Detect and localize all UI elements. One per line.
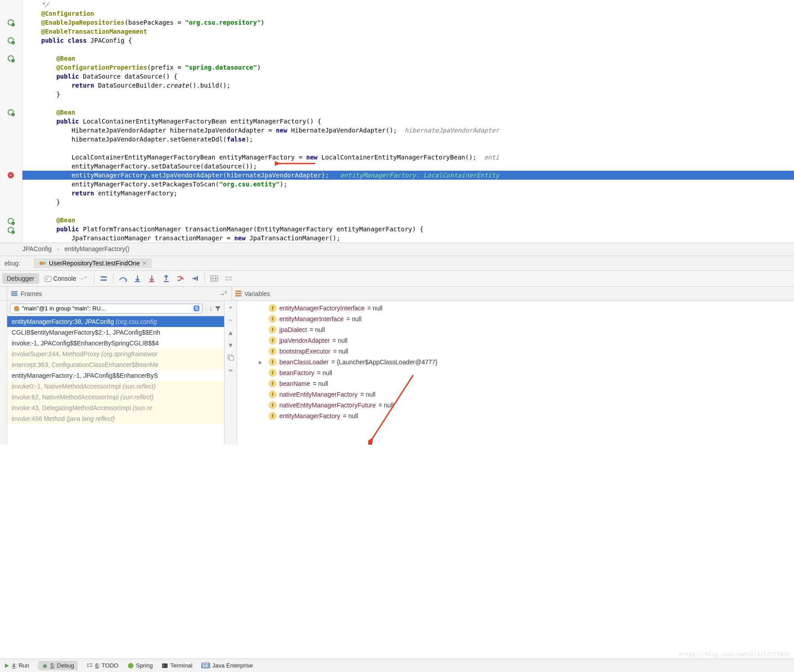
breadcrumb[interactable]: JPAConfig › entityManagerFactory(): [0, 243, 794, 256]
code-line[interactable]: entityManagerFactory.setJpaVendorAdapter…: [22, 171, 794, 180]
code-line[interactable]: @Configuration: [22, 9, 794, 18]
breadcrumb-method[interactable]: entityManagerFactory(): [65, 245, 130, 252]
expand-icon[interactable]: ▶: [259, 360, 262, 365]
variable-row[interactable]: fentityManagerFactory = null: [237, 411, 794, 421]
code-line[interactable]: entityManagerFactory.setPackagesToScan("…: [22, 180, 794, 189]
frames-pin-icon[interactable]: →°: [220, 290, 228, 297]
variable-row[interactable]: fjpaVendorAdapter = null: [237, 335, 794, 346]
field-badge-icon: f: [269, 315, 277, 323]
code-line[interactable]: }: [22, 198, 794, 207]
code-line[interactable]: [22, 144, 794, 153]
frame-item[interactable]: invoke0:-1, NativeMethodAccessorImpl (su…: [7, 381, 224, 392]
breadcrumb-class[interactable]: JPAConfig: [22, 245, 52, 252]
svg-rect-17: [225, 276, 228, 278]
down-icon[interactable]: ▼: [226, 340, 235, 349]
console-tab[interactable]: Console →°: [40, 273, 92, 284]
spring-bean-icon[interactable]: [6, 18, 15, 27]
frame-item[interactable]: invoke:498 Method (java lang reflect): [7, 413, 224, 424]
force-step-into-icon[interactable]: [145, 272, 159, 285]
copy-icon[interactable]: [226, 353, 235, 362]
variable-row[interactable]: fbootstrapExecutor = null: [237, 346, 794, 357]
debug-run-config-tab[interactable]: UserRepositoryTest.testFindOne ×: [34, 258, 152, 268]
close-icon[interactable]: ×: [142, 260, 146, 267]
variable-row[interactable]: ▶fbeanClassLoader = {Launcher$AppClassLo…: [237, 357, 794, 367]
code-line[interactable]: public DataSource dataSource() {: [22, 72, 794, 81]
variable-row[interactable]: fbeanFactory = null: [237, 367, 794, 378]
variable-value: = null: [367, 305, 383, 312]
run-to-cursor-icon[interactable]: [188, 272, 202, 285]
spring-bean-icon[interactable]: [6, 217, 15, 225]
code-line[interactable]: LocalContainerEntityManagerFactoryBean e…: [22, 153, 794, 162]
settings-icon[interactable]: [222, 272, 235, 285]
variable-value: = null: [360, 391, 375, 398]
variable-row[interactable]: fnativeEntityManagerFactory = null: [237, 389, 794, 400]
frame-item[interactable]: invoke:62, NativeMethodAccessorImpl (sun…: [7, 392, 224, 402]
code-line[interactable]: JpaTransactionManager transactionManager…: [22, 234, 794, 243]
frame-item[interactable]: intercept:363, ConfigurationClassEnhance…: [7, 359, 224, 370]
debug-left-buttons[interactable]: [0, 301, 7, 445]
drop-frame-icon[interactable]: [174, 272, 187, 285]
up-icon[interactable]: ▲: [226, 328, 235, 337]
code-line[interactable]: [22, 99, 794, 108]
remove-icon[interactable]: −: [226, 315, 235, 324]
code-line[interactable]: */: [22, 0, 794, 9]
bottom-todo-tab[interactable]: 6: TODO: [87, 662, 119, 669]
arrow-down-icon[interactable]: ↓: [209, 305, 212, 312]
debugger-tab[interactable]: Debugger: [2, 273, 39, 284]
code-line[interactable]: public PlatformTransactionManager transa…: [22, 225, 794, 234]
code-line[interactable]: @EnableJpaRepositories(basePackages = "o…: [22, 18, 794, 27]
variable-row[interactable]: fjpaDialect = null: [237, 324, 794, 335]
variables-panel[interactable]: fentityManagerFactoryInterface = nullfen…: [237, 301, 794, 445]
frame-item[interactable]: entityManagerFactory:38, JPAConfig (org.…: [7, 316, 224, 327]
breakpoint-icon[interactable]: [6, 171, 15, 180]
variable-name: bootstrapExecutor: [279, 348, 331, 355]
spring-bean-icon[interactable]: [6, 108, 15, 117]
code-line[interactable]: @Bean: [22, 54, 794, 63]
code-line[interactable]: return DataSourceBuilder.create().build(…: [22, 81, 794, 90]
code-line[interactable]: @EnableTransactionManagement: [22, 27, 794, 36]
variable-row[interactable]: fentityManagerFactoryInterface = null: [237, 303, 794, 314]
code-line[interactable]: HibernateJpaVendorAdapter hibernateJpaVe…: [22, 126, 794, 135]
code-line[interactable]: public class JPAConfig {: [22, 36, 794, 45]
bottom-debug-tab[interactable]: 5: Debug: [38, 661, 78, 670]
filter-icon[interactable]: [214, 305, 221, 312]
code-line[interactable]: [22, 207, 794, 216]
frame-item[interactable]: invokeSuper:244, MethodProxy (org.spring…: [7, 349, 224, 359]
code-line[interactable]: entityManagerFactory.setDataSource(dataS…: [22, 162, 794, 171]
add-icon[interactable]: +: [226, 303, 235, 312]
code-line[interactable]: public LocalContainerEntityManagerFactor…: [22, 117, 794, 126]
frame-item[interactable]: entityManagerFactory:-1, JPAConfig$$Enha…: [7, 370, 224, 381]
arrow-up-icon[interactable]: ↑: [204, 305, 207, 312]
bottom-javaee-tab[interactable]: EE Java Enterprise: [201, 662, 253, 669]
variable-row[interactable]: fnativeEntityManagerFactoryFuture = null: [237, 400, 794, 411]
frame-item[interactable]: CGLIB$entityManagerFactory$2:-1, JPAConf…: [7, 327, 224, 338]
spring-bean-icon[interactable]: [6, 36, 15, 45]
frame-item[interactable]: invoke:-1, JPAConfig$$EnhancerBySpringCG…: [7, 338, 224, 349]
bottom-terminal-tab[interactable]: Terminal: [162, 662, 192, 669]
code-line[interactable]: @Bean: [22, 216, 794, 225]
variable-row[interactable]: fentityManagerInterface = null: [237, 314, 794, 324]
step-over-icon[interactable]: [116, 272, 130, 285]
link-icon[interactable]: ∞: [226, 366, 235, 375]
frames-list[interactable]: entityManagerFactory:38, JPAConfig (org.…: [7, 316, 224, 445]
spring-bean-icon[interactable]: [6, 225, 15, 234]
evaluate-expression-icon[interactable]: [207, 272, 221, 285]
code-line[interactable]: }: [22, 90, 794, 99]
code-line[interactable]: [22, 45, 794, 54]
field-badge-icon: f: [269, 401, 277, 409]
spring-bean-icon[interactable]: [6, 54, 15, 63]
bottom-spring-tab[interactable]: Spring: [128, 662, 153, 669]
code-line[interactable]: hibernateJpaVendorAdapter.setGenerateDdl…: [22, 135, 794, 144]
show-execution-point-icon[interactable]: [97, 272, 110, 285]
variable-row[interactable]: fbeanName = null: [237, 378, 794, 389]
code-line[interactable]: @ConfigurationProperties(prefix = "sprin…: [22, 63, 794, 72]
thread-selector[interactable]: "main"@1 in group "main": RU... ⇅: [10, 304, 203, 314]
bottom-run-tab[interactable]: 4: Run: [4, 662, 29, 669]
thread-dropdown-icon[interactable]: ⇅: [194, 305, 199, 311]
code-text-area[interactable]: */ @Configuration @EnableJpaRepositories…: [22, 0, 794, 243]
frame-item[interactable]: invoke:43, DelegatingMethodAccessorImpl …: [7, 402, 224, 413]
step-into-icon[interactable]: [131, 272, 144, 285]
step-out-icon[interactable]: [159, 272, 173, 285]
code-line[interactable]: @Bean: [22, 108, 794, 117]
code-line[interactable]: return entityManagerFactory;: [22, 189, 794, 198]
